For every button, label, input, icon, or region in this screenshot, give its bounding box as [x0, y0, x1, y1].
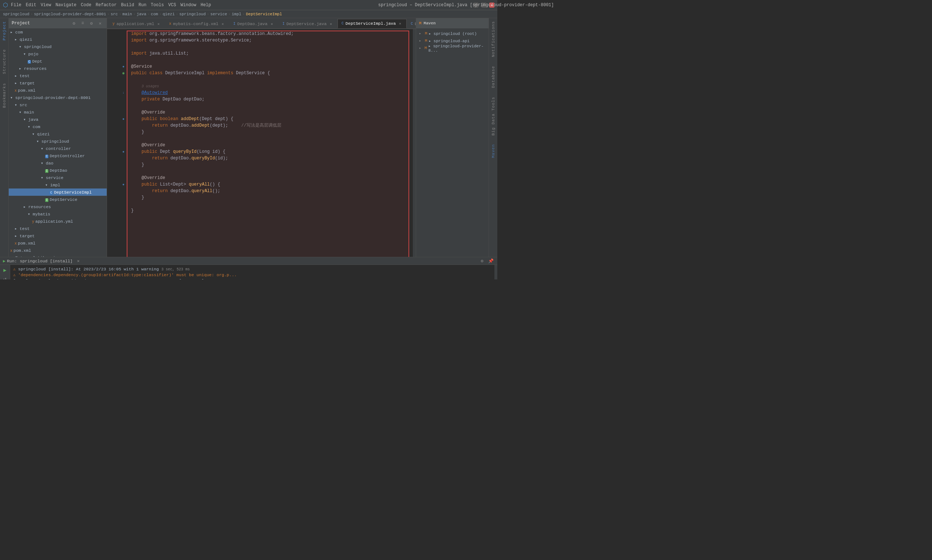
run-rerun-icon[interactable]: ↺ — [2, 275, 9, 280]
menu-code[interactable]: Code — [81, 3, 91, 8]
menu-file[interactable]: File — [11, 3, 22, 8]
tree-item-4[interactable]: CDept — [9, 57, 107, 65]
gutter-12: ● — [120, 63, 127, 70]
menu-vcs[interactable]: VCS — [168, 3, 176, 8]
breadcrumb-item-4[interactable]: java — [137, 12, 146, 16]
breadcrumb-item-9[interactable]: impl — [231, 12, 241, 16]
tree-label-4: CDept — [28, 59, 42, 64]
menu-navigate[interactable]: Navigate — [55, 3, 77, 8]
code-line-14 — [131, 76, 413, 83]
project-close-icon[interactable]: ✕ — [97, 20, 104, 27]
tree-label-17: CDeptController — [45, 154, 85, 158]
tab-label-deptservice: DeptService.java — [287, 22, 327, 26]
run-timing: 3 sec, 523 ms — [161, 268, 189, 271]
tree-item-14[interactable]: ▾ qiezi — [9, 130, 107, 137]
run-output-lines: [INFO] springcloud-provider-dept-8001 ..… — [13, 278, 491, 280]
run-scrollbar[interactable] — [494, 265, 497, 280]
run-play-button[interactable]: ▶ — [2, 266, 9, 274]
tab-close-mybatis[interactable]: ✕ — [220, 22, 225, 26]
tree-item-3[interactable]: ▾ pojo — [9, 50, 107, 57]
project-gear-icon[interactable]: ⚙ — [70, 20, 77, 27]
tab-close-application-yml[interactable]: ✕ — [156, 22, 161, 26]
tree-item-5[interactable]: ▸ resources — [9, 65, 107, 72]
tree-item-16[interactable]: ▾ controller — [9, 145, 107, 152]
vtab-bookmarks[interactable]: Bookmarks — [2, 83, 6, 108]
tab-close-deptserviceimpl[interactable]: ✕ — [397, 21, 403, 26]
tree-item-11[interactable]: ▾ main — [9, 108, 107, 116]
tab-deptcontroller[interactable]: C DeptController.java ✕ — [407, 19, 416, 28]
project-settings-icon[interactable]: ⚙ — [88, 20, 95, 27]
vtab-notifications[interactable]: Notifications — [491, 21, 496, 57]
tree-item-28[interactable]: ▸ target — [9, 232, 107, 239]
tree-item-31[interactable]: ▸ External Libraries — [9, 254, 107, 257]
run-output[interactable]: ⚠ springcloud [install]: At 2023/2/23 16… — [10, 265, 494, 280]
tree-item-1[interactable]: ▸ qiezi — [9, 35, 107, 43]
tab-deptservice[interactable]: I DeptService.java ✕ — [279, 19, 337, 28]
run-config-name[interactable]: springcloud [install] — [20, 259, 73, 263]
tree-item-12[interactable]: ▾ java — [9, 116, 107, 123]
editor-scrollbar[interactable] — [413, 29, 416, 257]
tree-item-23[interactable]: IDeptService — [9, 196, 107, 203]
tree-item-25[interactable]: ▾ mybatis — [9, 210, 107, 218]
menu-view[interactable]: View — [41, 3, 51, 8]
breadcrumb-item-5[interactable]: com — [151, 12, 158, 16]
breadcrumb-item-10[interactable]: DeptServiceImpl — [246, 12, 282, 16]
menu-run[interactable]: Run — [138, 3, 146, 8]
tree-item-7[interactable]: ▸ target — [9, 79, 107, 86]
tree-item-10[interactable]: ▾ src — [9, 101, 107, 108]
tree-item-18[interactable]: ▾ dao — [9, 159, 107, 167]
tab-close-deptdao[interactable]: ✕ — [270, 22, 274, 26]
tree-item-22[interactable]: CDeptServiceImpl — [9, 188, 107, 196]
tree-item-2[interactable]: ▾ springcloud — [9, 43, 107, 50]
gutter-29 — [120, 175, 127, 181]
maven-item-2[interactable]: ▸ M ▸ springcloud-provider-8... — [417, 45, 487, 52]
breadcrumb-item-8[interactable]: service — [210, 12, 227, 16]
breadcrumb-item-2[interactable]: src — [111, 12, 118, 16]
menu-refactor[interactable]: Refactor — [96, 3, 117, 8]
gutter-34 — [120, 208, 127, 214]
tree-item-27[interactable]: ▸ test — [9, 225, 107, 232]
menu-build[interactable]: Build — [121, 3, 134, 8]
project-collapse-icon[interactable]: ≡ — [79, 20, 86, 27]
menu-tools[interactable]: Tools — [151, 3, 164, 8]
breadcrumb-item-7[interactable]: springcloud — [179, 12, 206, 16]
tree-item-21[interactable]: ▾ impl — [9, 181, 107, 188]
tree-item-8[interactable]: xpom.xml — [9, 86, 107, 94]
tab-close-deptservice[interactable]: ✕ — [328, 22, 333, 26]
tree-item-15[interactable]: ▾ springcloud — [9, 137, 107, 145]
tree-item-0[interactable]: ▸ com — [9, 28, 107, 35]
run-settings-icon[interactable]: ⚙ — [478, 257, 486, 265]
tree-item-20[interactable]: ▾ service — [9, 174, 107, 181]
tree-item-26[interactable]: yapplication.yml — [9, 218, 107, 225]
tree-item-30[interactable]: xpom.xml — [9, 247, 107, 254]
tree-item-29[interactable]: xpom.xml — [9, 239, 107, 247]
vtab-database[interactable]: Database — [491, 66, 496, 88]
run-pin-icon[interactable]: 📌 — [487, 257, 494, 265]
tree-item-13[interactable]: ▾ com — [9, 123, 107, 130]
tab-deptserviceimpl[interactable]: C DeptServiceImpl.java ✕ — [337, 19, 407, 28]
breadcrumb-item-0[interactable]: springcloud — [3, 12, 29, 16]
breadcrumb-item-6[interactable]: qiezi — [163, 12, 175, 16]
vtab-big-data-tools[interactable]: Big Data Tools — [491, 97, 496, 135]
run-close-icon[interactable]: ✕ — [77, 258, 79, 264]
code-area[interactable]: import org.springframework.beans.factory… — [127, 29, 413, 257]
vtab-project[interactable]: Project — [2, 21, 6, 40]
tab-mybatis-config[interactable]: x mybatis-config.xml ✕ — [165, 19, 230, 28]
menu-edit[interactable]: Edit — [26, 3, 36, 8]
maven-item-0[interactable]: ▸ M ▸ springcloud (root) — [417, 30, 487, 37]
gutter-10 — [120, 50, 127, 57]
breadcrumb-item-1[interactable]: springcloud-provider-dept-8001 — [34, 12, 106, 16]
vtab-maven-right[interactable]: Maven — [491, 144, 496, 158]
tree-item-17[interactable]: CDeptController — [9, 152, 107, 159]
menu-help[interactable]: Help — [200, 3, 211, 8]
tree-item-19[interactable]: IDeptDao — [9, 167, 107, 174]
code-line-20: public boolean addDept(Dept dept) { — [131, 116, 413, 122]
tree-item-6[interactable]: ▸ test — [9, 72, 107, 79]
tab-deptdao[interactable]: I DeptDao.java ✕ — [230, 19, 279, 28]
tab-application-yml[interactable]: y application.yml ✕ — [108, 19, 165, 28]
menu-window[interactable]: Window — [180, 3, 196, 8]
vtab-structure[interactable]: Structure — [2, 49, 6, 74]
tree-item-24[interactable]: ▸ resources — [9, 203, 107, 210]
breadcrumb-item-3[interactable]: main — [122, 12, 132, 16]
tree-item-9[interactable]: ▾ springcloud-provider-dept-8001 — [9, 94, 107, 101]
